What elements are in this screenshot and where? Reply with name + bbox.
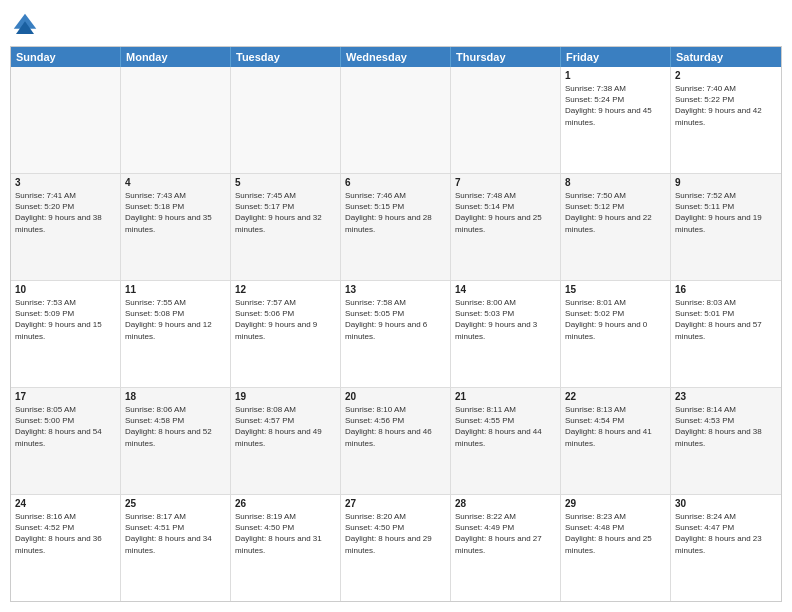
calendar-cell [341, 67, 451, 173]
cell-info: Sunrise: 7:40 AM Sunset: 5:22 PM Dayligh… [675, 83, 777, 128]
calendar-cell [231, 67, 341, 173]
cell-info: Sunrise: 7:46 AM Sunset: 5:15 PM Dayligh… [345, 190, 446, 235]
calendar-cell: 17Sunrise: 8:05 AM Sunset: 5:00 PM Dayli… [11, 388, 121, 494]
calendar-cell: 13Sunrise: 7:58 AM Sunset: 5:05 PM Dayli… [341, 281, 451, 387]
day-number: 4 [125, 177, 226, 188]
calendar-cell: 7Sunrise: 7:48 AM Sunset: 5:14 PM Daylig… [451, 174, 561, 280]
calendar-cell: 4Sunrise: 7:43 AM Sunset: 5:18 PM Daylig… [121, 174, 231, 280]
week-row-1: 1Sunrise: 7:38 AM Sunset: 5:24 PM Daylig… [11, 67, 781, 174]
calendar-body: 1Sunrise: 7:38 AM Sunset: 5:24 PM Daylig… [11, 67, 781, 601]
day-number: 8 [565, 177, 666, 188]
calendar-cell [11, 67, 121, 173]
day-number: 29 [565, 498, 666, 509]
day-number: 9 [675, 177, 777, 188]
cell-info: Sunrise: 8:06 AM Sunset: 4:58 PM Dayligh… [125, 404, 226, 449]
week-row-3: 10Sunrise: 7:53 AM Sunset: 5:09 PM Dayli… [11, 281, 781, 388]
day-number: 17 [15, 391, 116, 402]
calendar-cell: 9Sunrise: 7:52 AM Sunset: 5:11 PM Daylig… [671, 174, 781, 280]
day-number: 21 [455, 391, 556, 402]
day-number: 6 [345, 177, 446, 188]
calendar-cell [121, 67, 231, 173]
cell-info: Sunrise: 7:58 AM Sunset: 5:05 PM Dayligh… [345, 297, 446, 342]
day-number: 10 [15, 284, 116, 295]
cell-info: Sunrise: 8:24 AM Sunset: 4:47 PM Dayligh… [675, 511, 777, 556]
week-row-2: 3Sunrise: 7:41 AM Sunset: 5:20 PM Daylig… [11, 174, 781, 281]
calendar-cell: 21Sunrise: 8:11 AM Sunset: 4:55 PM Dayli… [451, 388, 561, 494]
day-number: 2 [675, 70, 777, 81]
calendar-cell: 29Sunrise: 8:23 AM Sunset: 4:48 PM Dayli… [561, 495, 671, 601]
cell-info: Sunrise: 8:11 AM Sunset: 4:55 PM Dayligh… [455, 404, 556, 449]
day-number: 12 [235, 284, 336, 295]
cell-info: Sunrise: 7:57 AM Sunset: 5:06 PM Dayligh… [235, 297, 336, 342]
cell-info: Sunrise: 8:01 AM Sunset: 5:02 PM Dayligh… [565, 297, 666, 342]
calendar-header: SundayMondayTuesdayWednesdayThursdayFrid… [11, 47, 781, 67]
calendar-cell: 22Sunrise: 8:13 AM Sunset: 4:54 PM Dayli… [561, 388, 671, 494]
cell-info: Sunrise: 8:16 AM Sunset: 4:52 PM Dayligh… [15, 511, 116, 556]
day-number: 19 [235, 391, 336, 402]
cell-info: Sunrise: 8:14 AM Sunset: 4:53 PM Dayligh… [675, 404, 777, 449]
header [10, 10, 782, 40]
page: SundayMondayTuesdayWednesdayThursdayFrid… [0, 0, 792, 612]
calendar-cell: 20Sunrise: 8:10 AM Sunset: 4:56 PM Dayli… [341, 388, 451, 494]
cell-info: Sunrise: 8:03 AM Sunset: 5:01 PM Dayligh… [675, 297, 777, 342]
calendar-cell: 23Sunrise: 8:14 AM Sunset: 4:53 PM Dayli… [671, 388, 781, 494]
calendar-cell: 28Sunrise: 8:22 AM Sunset: 4:49 PM Dayli… [451, 495, 561, 601]
calendar-cell: 2Sunrise: 7:40 AM Sunset: 5:22 PM Daylig… [671, 67, 781, 173]
cell-info: Sunrise: 8:13 AM Sunset: 4:54 PM Dayligh… [565, 404, 666, 449]
day-number: 27 [345, 498, 446, 509]
day-of-week-tuesday: Tuesday [231, 47, 341, 67]
day-number: 15 [565, 284, 666, 295]
cell-info: Sunrise: 8:23 AM Sunset: 4:48 PM Dayligh… [565, 511, 666, 556]
calendar-cell: 24Sunrise: 8:16 AM Sunset: 4:52 PM Dayli… [11, 495, 121, 601]
day-number: 13 [345, 284, 446, 295]
calendar-cell [451, 67, 561, 173]
calendar-cell: 10Sunrise: 7:53 AM Sunset: 5:09 PM Dayli… [11, 281, 121, 387]
cell-info: Sunrise: 7:48 AM Sunset: 5:14 PM Dayligh… [455, 190, 556, 235]
day-of-week-monday: Monday [121, 47, 231, 67]
day-number: 14 [455, 284, 556, 295]
cell-info: Sunrise: 8:17 AM Sunset: 4:51 PM Dayligh… [125, 511, 226, 556]
day-number: 26 [235, 498, 336, 509]
cell-info: Sunrise: 7:50 AM Sunset: 5:12 PM Dayligh… [565, 190, 666, 235]
day-number: 1 [565, 70, 666, 81]
calendar-cell: 14Sunrise: 8:00 AM Sunset: 5:03 PM Dayli… [451, 281, 561, 387]
week-row-5: 24Sunrise: 8:16 AM Sunset: 4:52 PM Dayli… [11, 495, 781, 601]
calendar-cell: 19Sunrise: 8:08 AM Sunset: 4:57 PM Dayli… [231, 388, 341, 494]
day-number: 18 [125, 391, 226, 402]
calendar-cell: 15Sunrise: 8:01 AM Sunset: 5:02 PM Dayli… [561, 281, 671, 387]
day-of-week-saturday: Saturday [671, 47, 781, 67]
cell-info: Sunrise: 7:45 AM Sunset: 5:17 PM Dayligh… [235, 190, 336, 235]
day-number: 28 [455, 498, 556, 509]
day-number: 3 [15, 177, 116, 188]
day-number: 5 [235, 177, 336, 188]
calendar-cell: 30Sunrise: 8:24 AM Sunset: 4:47 PM Dayli… [671, 495, 781, 601]
day-number: 16 [675, 284, 777, 295]
day-number: 24 [15, 498, 116, 509]
day-of-week-wednesday: Wednesday [341, 47, 451, 67]
calendar-cell: 16Sunrise: 8:03 AM Sunset: 5:01 PM Dayli… [671, 281, 781, 387]
calendar-cell: 3Sunrise: 7:41 AM Sunset: 5:20 PM Daylig… [11, 174, 121, 280]
day-number: 7 [455, 177, 556, 188]
cell-info: Sunrise: 7:52 AM Sunset: 5:11 PM Dayligh… [675, 190, 777, 235]
calendar-cell: 27Sunrise: 8:20 AM Sunset: 4:50 PM Dayli… [341, 495, 451, 601]
day-number: 30 [675, 498, 777, 509]
cell-info: Sunrise: 7:53 AM Sunset: 5:09 PM Dayligh… [15, 297, 116, 342]
cell-info: Sunrise: 7:38 AM Sunset: 5:24 PM Dayligh… [565, 83, 666, 128]
cell-info: Sunrise: 7:43 AM Sunset: 5:18 PM Dayligh… [125, 190, 226, 235]
cell-info: Sunrise: 8:20 AM Sunset: 4:50 PM Dayligh… [345, 511, 446, 556]
day-number: 22 [565, 391, 666, 402]
calendar-cell: 18Sunrise: 8:06 AM Sunset: 4:58 PM Dayli… [121, 388, 231, 494]
cell-info: Sunrise: 8:00 AM Sunset: 5:03 PM Dayligh… [455, 297, 556, 342]
cell-info: Sunrise: 8:22 AM Sunset: 4:49 PM Dayligh… [455, 511, 556, 556]
cell-info: Sunrise: 8:05 AM Sunset: 5:00 PM Dayligh… [15, 404, 116, 449]
cell-info: Sunrise: 8:19 AM Sunset: 4:50 PM Dayligh… [235, 511, 336, 556]
logo [10, 10, 44, 40]
week-row-4: 17Sunrise: 8:05 AM Sunset: 5:00 PM Dayli… [11, 388, 781, 495]
logo-icon [10, 10, 40, 40]
day-of-week-sunday: Sunday [11, 47, 121, 67]
calendar-cell: 12Sunrise: 7:57 AM Sunset: 5:06 PM Dayli… [231, 281, 341, 387]
day-of-week-thursday: Thursday [451, 47, 561, 67]
calendar-cell: 1Sunrise: 7:38 AM Sunset: 5:24 PM Daylig… [561, 67, 671, 173]
calendar-cell: 8Sunrise: 7:50 AM Sunset: 5:12 PM Daylig… [561, 174, 671, 280]
day-number: 11 [125, 284, 226, 295]
